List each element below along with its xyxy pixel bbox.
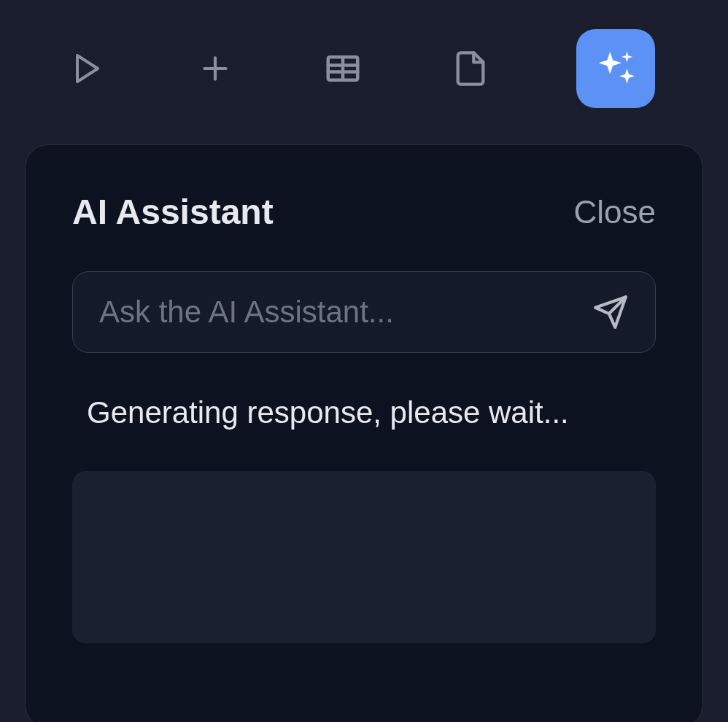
send-button[interactable] [592, 294, 629, 330]
ai-assistant-panel: AI Assistant Close Generating response, … [25, 144, 703, 722]
table-icon [323, 49, 363, 88]
svg-marker-0 [77, 55, 98, 82]
send-icon [592, 294, 629, 330]
ai-assistant-button[interactable] [576, 29, 655, 108]
panel-title: AI Assistant [72, 192, 274, 232]
sparkles-icon [593, 46, 638, 91]
close-button[interactable]: Close [574, 194, 657, 230]
ai-prompt-input[interactable] [99, 295, 592, 330]
plus-icon [197, 50, 233, 87]
response-placeholder [72, 471, 656, 643]
status-text: Generating response, please wait... [87, 395, 656, 430]
play-button[interactable] [66, 47, 109, 90]
file-button[interactable] [449, 47, 492, 90]
input-row [72, 271, 656, 353]
add-button[interactable] [193, 47, 237, 90]
toolbar [0, 0, 728, 137]
play-icon [70, 51, 105, 86]
file-icon [452, 50, 489, 88]
table-button[interactable] [321, 47, 365, 90]
panel-header: AI Assistant Close [72, 192, 656, 232]
